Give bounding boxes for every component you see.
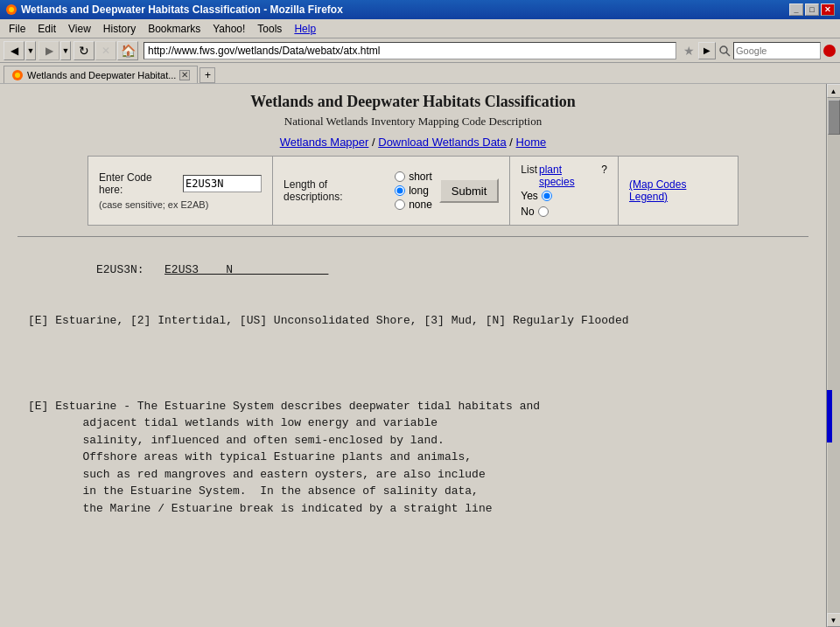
output-line-8: [E] Estuarine - The Estuarine System des… bbox=[28, 398, 798, 415]
code-entry-section: Enter Code here: (case sensitive; ex E2A… bbox=[88, 157, 273, 225]
wetlands-mapper-link[interactable]: Wetlands Mapper bbox=[280, 136, 369, 149]
scroll-thumb[interactable] bbox=[828, 100, 840, 135]
desc-length-section: Length of descriptions: short long no bbox=[273, 157, 510, 225]
menu-file[interactable]: File bbox=[4, 21, 31, 37]
download-data-link[interactable]: Download Wetlands Data bbox=[378, 136, 506, 149]
output-line-4 bbox=[28, 330, 798, 347]
code-hint: (case sensitive; ex E2AB) bbox=[99, 199, 262, 210]
yes-radio[interactable] bbox=[542, 191, 552, 201]
scroll-up-button[interactable]: ▲ bbox=[827, 84, 841, 98]
content-area: Wetlands and Deepwater Habitats Classifi… bbox=[0, 84, 826, 627]
svg-point-6 bbox=[15, 73, 20, 78]
desc-long-radio[interactable] bbox=[395, 185, 405, 196]
new-tab-button[interactable]: + bbox=[200, 67, 215, 83]
home-link[interactable]: Home bbox=[516, 136, 547, 149]
no-label: No bbox=[521, 206, 534, 218]
menu-help[interactable]: Help bbox=[289, 21, 321, 37]
address-text: http://www.fws.gov/wetlands/Data/webatx/… bbox=[148, 45, 380, 57]
forward-dropdown[interactable]: ▼ bbox=[60, 41, 71, 60]
maximize-button[interactable]: □ bbox=[805, 3, 819, 16]
submit-button[interactable]: Submit bbox=[439, 178, 499, 203]
map-codes-link[interactable]: (Map Codes Legend) bbox=[629, 178, 727, 203]
desc-radio-group: short long none bbox=[395, 171, 432, 211]
output-line-3: [E] Estuarine, [2] Intertidal, [US] Unco… bbox=[28, 312, 798, 330]
menu-history[interactable]: History bbox=[98, 21, 141, 37]
search-input[interactable] bbox=[733, 42, 821, 59]
no-option: No bbox=[521, 206, 607, 218]
menu-edit[interactable]: Edit bbox=[32, 21, 61, 37]
output-line-10: salinity, influenced and often semi-encl… bbox=[28, 432, 798, 449]
yes-label: Yes bbox=[521, 190, 538, 202]
stop-button[interactable]: ✕ bbox=[95, 41, 116, 60]
svg-point-4 bbox=[823, 45, 836, 57]
address-bar[interactable]: http://www.fws.gov/wetlands/Data/webatx/… bbox=[144, 42, 676, 59]
reload-button[interactable]: ↻ bbox=[74, 41, 94, 60]
search-bar bbox=[718, 42, 836, 59]
page-links: Wetlands Mapper / Download Wetlands Data… bbox=[18, 136, 808, 149]
output-line-14: the Marine / Estuarine break is indicate… bbox=[28, 500, 798, 518]
forward-button[interactable]: ▶ bbox=[38, 41, 60, 60]
output-line-13: in the Estuarine System. In the absence … bbox=[28, 483, 798, 500]
close-button[interactable]: ✕ bbox=[821, 3, 835, 16]
back-button[interactable]: ◀ bbox=[4, 41, 24, 60]
page-subtitle: National Wetlands Inventory Mapping Code… bbox=[18, 115, 808, 129]
title-bar-left: Wetlands and Deepwater Habitats Classifi… bbox=[5, 3, 343, 16]
output-line-6 bbox=[28, 364, 798, 381]
plant-species-link[interactable]: plant species bbox=[539, 164, 599, 188]
desc-short-radio[interactable] bbox=[395, 171, 405, 182]
plant-question-mark: ? bbox=[601, 164, 607, 176]
tab-close-button[interactable]: ✕ bbox=[179, 70, 190, 80]
menu-yahoo[interactable]: Yahoo! bbox=[207, 21, 250, 37]
page-content: Wetlands and Deepwater Habitats Classifi… bbox=[0, 84, 826, 627]
tab-bar: Wetlands and Deepwater Habitat... ✕ + bbox=[0, 63, 840, 84]
title-bar-buttons: _ □ ✕ bbox=[789, 3, 835, 16]
go-button[interactable]: ▶ bbox=[698, 42, 716, 59]
scroll-track[interactable] bbox=[828, 98, 840, 613]
bookmark-star[interactable]: ★ bbox=[682, 44, 696, 58]
menu-bar: File Edit View History Bookmarks Yahoo! … bbox=[0, 19, 840, 38]
home-button[interactable]: 🏠 bbox=[117, 41, 138, 60]
tab-icon bbox=[11, 69, 24, 81]
code-input[interactable] bbox=[183, 175, 262, 192]
search-submit-icon[interactable] bbox=[822, 44, 836, 58]
blue-scroll-indicator bbox=[827, 390, 832, 442]
plant-list-label: List bbox=[521, 164, 537, 176]
page-title: Wetlands and Deepwater Habitats Classifi… bbox=[18, 93, 808, 111]
output-line-9: adjacent tidal wetlands with low energy … bbox=[28, 415, 798, 432]
back-dropdown[interactable]: ▼ bbox=[25, 41, 36, 60]
firefox-icon bbox=[5, 3, 18, 16]
no-radio[interactable] bbox=[538, 206, 549, 217]
right-scrollbar: ▲ ▼ bbox=[826, 84, 840, 627]
svg-point-1 bbox=[9, 7, 14, 12]
title-bar: Wetlands and Deepwater Habitats Classifi… bbox=[0, 0, 840, 19]
output-line-11: Offshore areas with typical Estuarine pl… bbox=[28, 449, 798, 466]
output-line-1: E2US3N: E2US3____N______________ bbox=[28, 244, 798, 296]
output-area: E2US3N: E2US3____N______________ [E] Est… bbox=[18, 237, 808, 524]
form-container: Enter Code here: (case sensitive; ex E2A… bbox=[88, 156, 738, 226]
desc-label: Length of descriptions: bbox=[284, 178, 388, 203]
desc-long-option: long bbox=[395, 185, 432, 197]
link-separator-2: / bbox=[509, 136, 515, 149]
desc-none-radio[interactable] bbox=[395, 199, 405, 210]
desc-none-label: none bbox=[409, 199, 432, 211]
yes-no-group: Yes No bbox=[521, 190, 607, 218]
map-codes-section: (Map Codes Legend) bbox=[619, 157, 738, 225]
scroll-down-button[interactable]: ▼ bbox=[827, 613, 841, 627]
desc-none-option: none bbox=[395, 199, 432, 211]
output-line-2 bbox=[28, 296, 798, 313]
output-line-7 bbox=[28, 380, 798, 398]
nav-bar: ◀ ▼ ▶ ▼ ↻ ✕ 🏠 http://www.fws.gov/wetland… bbox=[0, 38, 840, 63]
output-code-underlined: E2US3____N______________ bbox=[164, 263, 328, 276]
menu-view[interactable]: View bbox=[63, 21, 96, 37]
desc-short-label: short bbox=[409, 171, 432, 183]
code-label: Enter Code here: bbox=[99, 171, 178, 196]
output-line-5 bbox=[28, 346, 798, 364]
yes-option: Yes bbox=[521, 190, 607, 202]
menu-tools[interactable]: Tools bbox=[252, 21, 287, 37]
browser-content: Wetlands and Deepwater Habitats Classifi… bbox=[0, 84, 840, 627]
minimize-button[interactable]: _ bbox=[789, 3, 803, 16]
tab-wetlands[interactable]: Wetlands and Deepwater Habitat... ✕ bbox=[4, 66, 198, 83]
search-icon bbox=[718, 44, 732, 58]
desc-long-label: long bbox=[409, 185, 429, 197]
menu-bookmarks[interactable]: Bookmarks bbox=[143, 21, 206, 37]
